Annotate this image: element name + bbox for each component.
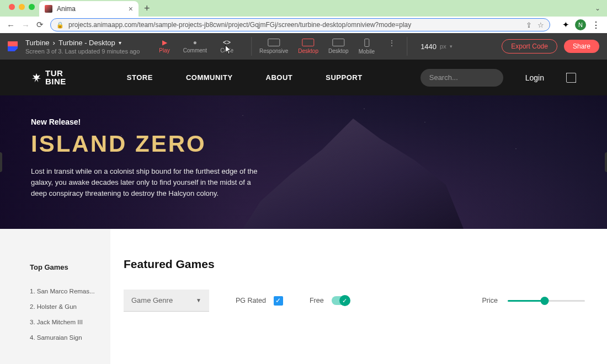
top-games-sidebar: Top Games 1. San Marco Remas... 2. Holst… (0, 229, 110, 364)
anima-toolbar: Turbine › Turbine - Desktop ▾ Screen 3 o… (0, 33, 607, 60)
search-input[interactable]: Search... (420, 69, 503, 87)
hero-section: New Release! ISLAND ZERO Lost in transit… (0, 95, 607, 229)
url-text: projects.animaapp.com/team/sample-projec… (68, 21, 411, 29)
minimize-window-icon[interactable] (19, 4, 25, 10)
nav-store[interactable]: STORE (127, 73, 153, 82)
slider-thumb[interactable] (541, 297, 549, 305)
check-icon: ✓ (339, 295, 350, 306)
free-toggle[interactable]: ✓ (332, 296, 349, 305)
forward-button[interactable]: → (22, 20, 30, 30)
price-label: Price (482, 297, 498, 304)
browser-tab[interactable]: Anima × (39, 1, 139, 17)
list-item[interactable]: 3. Jack Mitchem III (30, 314, 95, 330)
list-item[interactable]: 1. San Marco Remas... (30, 283, 95, 299)
mode-switcher: ▶ Play ● Comment <> Code (149, 39, 243, 53)
nav-support[interactable]: SUPPORT (326, 73, 362, 82)
site-preview: TURBINE STORE COMMUNITY ABOUT SUPPORT Se… (0, 60, 607, 229)
filter-bar: Game Genre ▼ PG Rated ✓ Free ✓ Price (124, 290, 585, 312)
tab-title: Anima (57, 5, 76, 13)
price-slider[interactable] (508, 300, 585, 302)
lock-icon: 🔒 (56, 22, 64, 29)
device-switcher: Responsive Desktop Desktop Mobile ⋮ (259, 39, 399, 55)
desktop-icon (302, 39, 315, 46)
screen-status: Screen 3 of 3. Last updated 9 minutes ag… (25, 48, 140, 55)
share-page-icon[interactable]: ⇪ (526, 21, 532, 29)
new-tab-button[interactable]: + (139, 3, 156, 17)
list-item[interactable]: 2. Holster & Gun (30, 299, 95, 314)
browser-menu-icon[interactable]: ⋮ (592, 20, 600, 30)
address-bar: ← → ⟳ 🔒 projects.animaapp.com/team/sampl… (0, 17, 607, 33)
mode-play[interactable]: ▶ Play (159, 39, 169, 53)
section-title: Featured Games (124, 258, 585, 271)
hero-badge: New Release! (31, 117, 576, 126)
export-code-button[interactable]: Export Code (502, 39, 557, 53)
close-tab-icon[interactable]: × (129, 4, 133, 13)
mobile-icon (364, 39, 369, 47)
tabs-menu-icon[interactable]: ⌄ (595, 4, 600, 12)
anima-logo-icon[interactable] (8, 41, 18, 51)
favicon-icon (45, 5, 52, 13)
chevron-down-icon[interactable]: ▾ (119, 40, 121, 46)
browser-chrome: Anima × + ⌄ ← → ⟳ 🔒 projects.animaapp.co… (0, 0, 607, 33)
comment-icon: ● (191, 39, 199, 46)
site-nav: STORE COMMUNITY ABOUT SUPPORT (127, 73, 363, 82)
mode-code[interactable]: <> Code (220, 39, 233, 53)
pg-rated-filter: PG Rated ✓ (236, 296, 283, 306)
breadcrumb: Turbine › Turbine - Desktop ▾ Screen 3 o… (25, 39, 140, 55)
window-controls (6, 0, 39, 17)
content-section: Top Games 1. San Marco Remas... 2. Holst… (0, 229, 607, 364)
resize-handle-left[interactable] (0, 152, 2, 172)
zoom-unit: px (440, 43, 446, 50)
turbine-logo-icon (31, 72, 42, 83)
sidebar-title: Top Games (30, 263, 95, 271)
back-button[interactable]: ← (7, 20, 15, 30)
device-desktop[interactable]: Desktop (328, 39, 349, 54)
chevron-down-icon: ▾ (450, 44, 452, 49)
zoom-value: 1440 (420, 42, 436, 51)
play-icon: ▶ (161, 39, 168, 46)
bookmark-icon[interactable]: ☆ (537, 21, 544, 29)
extensions-icon[interactable]: ✦ (562, 20, 569, 30)
code-icon: <> (223, 39, 231, 46)
nav-community[interactable]: COMMUNITY (186, 73, 233, 82)
device-desktop-active[interactable]: Desktop (298, 39, 318, 54)
hero-description: Lost in transit while on a colonist ship… (31, 166, 268, 199)
login-link[interactable]: Login (525, 73, 544, 82)
device-mobile[interactable]: Mobile (359, 39, 375, 55)
chevron-down-icon: ▼ (196, 297, 201, 303)
nav-about[interactable]: ABOUT (266, 73, 293, 82)
pg-rated-label: PG Rated (236, 297, 266, 304)
close-window-icon[interactable] (9, 4, 15, 10)
reload-button[interactable]: ⟳ (36, 20, 44, 30)
screen-name[interactable]: Turbine - Desktop (58, 39, 115, 47)
project-name[interactable]: Turbine (25, 39, 50, 47)
device-menu-icon[interactable]: ⋮ (385, 39, 399, 47)
desktop-icon (332, 39, 344, 46)
free-label: Free (310, 297, 324, 304)
url-field[interactable]: 🔒 projects.animaapp.com/team/sample-proj… (50, 18, 550, 31)
search-placeholder: Search... (429, 73, 458, 82)
price-filter: Price (482, 297, 585, 304)
genre-select[interactable]: Game Genre ▼ (124, 290, 209, 312)
pg-rated-checkbox[interactable]: ✓ (274, 296, 283, 306)
responsive-icon (268, 39, 280, 46)
mode-comment[interactable]: ● Comment (183, 39, 207, 53)
chevron-right-icon: › (53, 39, 55, 47)
share-button[interactable]: Share (564, 40, 599, 53)
site-logo[interactable]: TURBINE (31, 69, 66, 85)
zoom-control[interactable]: 1440 px ▾ (415, 42, 458, 51)
fullscreen-icon[interactable] (566, 73, 576, 83)
profile-avatar[interactable]: N (575, 19, 586, 30)
featured-games: Featured Games Game Genre ▼ PG Rated ✓ F… (110, 229, 607, 364)
resize-handle-right[interactable] (605, 152, 607, 172)
tab-bar: Anima × + ⌄ (0, 0, 607, 17)
site-header: TURBINE STORE COMMUNITY ABOUT SUPPORT Se… (0, 60, 607, 95)
hero-title: ISLAND ZERO (31, 131, 576, 157)
free-filter: Free ✓ (310, 296, 349, 305)
list-item[interactable]: 4. Samuraian Sign (30, 330, 95, 345)
maximize-window-icon[interactable] (29, 4, 35, 10)
device-responsive[interactable]: Responsive (259, 39, 288, 54)
